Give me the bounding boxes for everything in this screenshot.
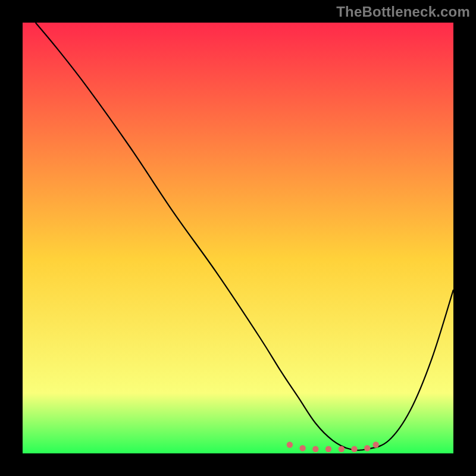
marker-dot bbox=[373, 441, 379, 447]
marker-dot bbox=[299, 445, 305, 451]
bottleneck-chart bbox=[23, 23, 453, 453]
marker-dot bbox=[312, 446, 318, 452]
marker-dot bbox=[351, 446, 357, 452]
marker-dot bbox=[364, 445, 370, 451]
chart-frame: TheBottleneck.com bbox=[0, 0, 476, 476]
marker-dot bbox=[325, 446, 331, 452]
marker-dot bbox=[339, 446, 345, 452]
marker-dot bbox=[287, 441, 293, 447]
watermark-text: TheBottleneck.com bbox=[336, 4, 470, 20]
